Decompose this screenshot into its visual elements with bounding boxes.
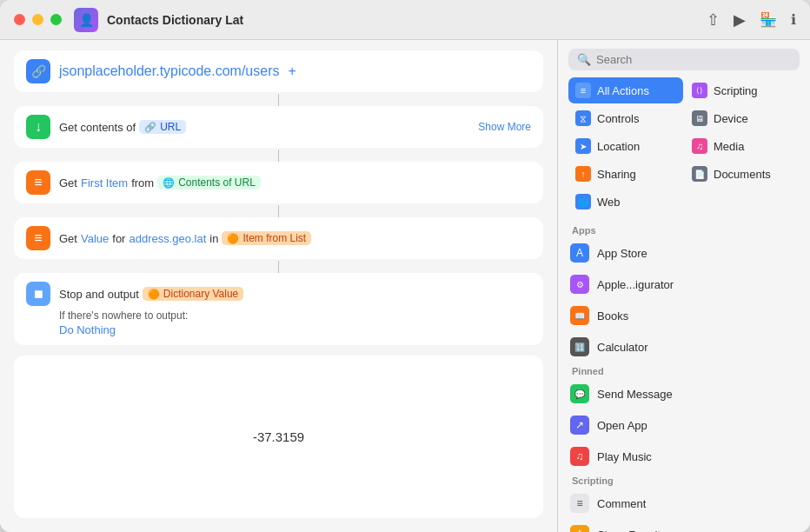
show-result-icon: ! (570, 525, 589, 532)
calculator-icon: 🔢 (570, 337, 589, 356)
main-window: 👤 Contacts Dictionary Lat ⇧ ▶ 🏪 ℹ 🔗 json… (0, 0, 810, 532)
apple-configurator-icon: ⚙ (570, 275, 589, 294)
contents-of-url-tag[interactable]: 🌐 Contents of URL (157, 176, 261, 190)
send-message-icon: 💬 (570, 384, 589, 403)
show-more-button[interactable]: Show More (478, 121, 531, 133)
category-web[interactable]: 🌐 Web (568, 189, 683, 215)
stop-output-card[interactable]: ⏹ Stop and output 🟠 Dictionary Value If … (14, 273, 543, 345)
play-music-label: Play Music (597, 450, 652, 463)
minimize-button[interactable] (32, 14, 43, 25)
get-contents-card[interactable]: ↓ Get contents of 🔗 URL Show More (14, 106, 543, 148)
send-message-label: Send Message (597, 388, 673, 401)
calculator-label: Calculator (597, 341, 648, 354)
location-icon: ➤ (575, 138, 591, 154)
titlebar: 👤 Contacts Dictionary Lat ⇧ ▶ 🏪 ℹ (0, 0, 810, 40)
list-item-send-message[interactable]: 💬 Send Message (558, 378, 810, 409)
web-label: Web (597, 196, 621, 209)
left-panel: 🔗 jsonplaceholder.typicode.com/users + ↓… (0, 40, 558, 532)
close-button[interactable] (14, 14, 25, 25)
list-item-app-store[interactable]: A App Store (558, 237, 810, 269)
books-label: Books (597, 309, 628, 323)
controls-label: Controls (597, 112, 639, 125)
get-value-text: Get Value for address.geo.lat in 🟠 Item … (59, 231, 311, 245)
stop-output-text: Stop and output 🟠 Dictionary Value (59, 287, 243, 301)
pinned-section-label: Pinned (558, 362, 618, 380)
category-device[interactable]: 🖥 Device (685, 105, 800, 131)
category-documents[interactable]: 📄 Documents (685, 161, 800, 187)
play-music-icon: ♫ (570, 447, 589, 466)
get-value-icon: ≡ (26, 226, 50, 250)
export-icon[interactable]: ⇧ (707, 10, 720, 30)
list-item-books[interactable]: 📖 Books (558, 300, 810, 331)
connector-3 (14, 205, 543, 217)
maximize-button[interactable] (50, 14, 62, 25)
category-media[interactable]: ♫ Media (685, 133, 800, 159)
search-icon: 🔍 (577, 53, 591, 66)
connector-2 (14, 150, 543, 162)
search-input[interactable] (596, 53, 791, 66)
list-item-open-app[interactable]: ↗ Open App (558, 409, 810, 441)
list-item-calculator[interactable]: 🔢 Calculator (558, 331, 810, 362)
if-nowhere-text: If there's nowhere to output: (59, 309, 188, 322)
controls-icon: ⧖ (575, 110, 591, 126)
scripting-label: Scripting (714, 84, 758, 97)
window-title: Contacts Dictionary Lat (107, 13, 243, 27)
titlebar-controls: ⇧ ▶ 🏪 ℹ (707, 10, 796, 30)
sharing-label: Sharing (597, 168, 636, 181)
url-action-card[interactable]: 🔗 jsonplaceholder.typicode.com/users + (14, 50, 543, 92)
search-bar[interactable]: 🔍 (568, 49, 800, 70)
device-icon: 🖥 (692, 110, 707, 126)
traffic-lights (14, 14, 62, 25)
apple-configurator-label: Apple...igurator (597, 278, 674, 291)
item-from-list-tag[interactable]: 🟠 Item from List (222, 231, 311, 245)
stop-icon: ⏹ (26, 282, 50, 306)
category-all-actions[interactable]: ≡ All Actions (568, 77, 683, 103)
get-first-icon: ≡ (26, 170, 50, 195)
category-sharing[interactable]: ↑ Sharing (568, 161, 683, 187)
get-value-card[interactable]: ≡ Get Value for address.geo.lat in 🟠 Ite… (14, 217, 543, 259)
app-store-icon: A (570, 243, 589, 263)
books-icon: 📖 (570, 306, 589, 325)
open-app-icon: ↗ (570, 416, 589, 435)
do-nothing-link[interactable]: Do Nothing (59, 323, 531, 336)
actions-area: 🔗 jsonplaceholder.typicode.com/users + ↓… (0, 40, 557, 356)
list-item-apple-configurator[interactable]: ⚙ Apple...igurator (558, 269, 810, 300)
app-store-label: App Store (597, 247, 647, 260)
list-item-play-music[interactable]: ♫ Play Music (558, 441, 810, 472)
get-contents-text: Get contents of 🔗 URL (59, 120, 186, 134)
connector-1 (14, 94, 543, 106)
list-item-comment[interactable]: ≡ Comment (558, 488, 810, 519)
info-icon[interactable]: ℹ (791, 11, 796, 28)
get-contents-icon: ↓ (26, 115, 50, 139)
documents-icon: 📄 (692, 166, 707, 182)
device-label: Device (714, 112, 748, 125)
connector-4 (14, 261, 543, 273)
location-label: Location (597, 140, 640, 153)
category-controls[interactable]: ⧖ Controls (568, 105, 683, 131)
output-area: -37.3159 (14, 356, 543, 518)
apps-section-label: Apps (558, 222, 610, 239)
comment-icon: ≡ (570, 494, 589, 513)
first-item-link[interactable]: First Item (81, 176, 128, 190)
dictionary-value-tag[interactable]: 🟠 Dictionary Value (143, 287, 243, 301)
main-content: 🔗 jsonplaceholder.typicode.com/users + ↓… (0, 40, 810, 532)
all-actions-icon: ≡ (575, 83, 591, 98)
sharing-icon: ↑ (575, 166, 591, 182)
category-scripting[interactable]: ⟨⟩ Scripting (685, 77, 800, 103)
store-icon[interactable]: 🏪 (760, 11, 777, 28)
add-url-button[interactable]: + (288, 63, 295, 79)
right-panel: 🔍 ≡ All Actions ⟨⟩ Scripting ⧖ Controls (558, 40, 810, 532)
stop-header: ⏹ Stop and output 🟠 Dictionary Value (26, 282, 531, 306)
category-grid: ≡ All Actions ⟨⟩ Scripting ⧖ Controls 🖥 … (558, 77, 810, 215)
category-location[interactable]: ➤ Location (568, 133, 683, 159)
play-icon[interactable]: ▶ (734, 10, 746, 30)
media-label: Media (714, 140, 744, 153)
value-link[interactable]: Value (81, 232, 109, 245)
stop-body: If there's nowhere to output: Do Nothing (26, 309, 531, 336)
url-icon: 🔗 (26, 59, 50, 83)
list-item-show-result[interactable]: ! Show Result (558, 519, 810, 532)
url-tag[interactable]: 🔗 URL (139, 120, 186, 134)
get-first-item-card[interactable]: ≡ Get First Item from 🌐 Contents of URL (14, 162, 543, 203)
url-link[interactable]: jsonplaceholder.typicode.com/users (59, 63, 279, 79)
address-link[interactable]: address.geo.lat (129, 232, 206, 245)
